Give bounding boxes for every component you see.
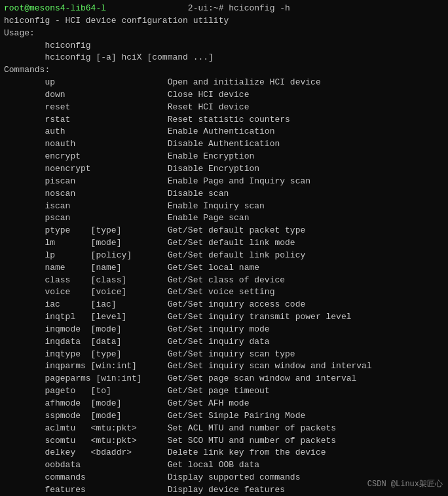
cmd-up: up Open and initialize HCI device [4,77,444,89]
cmd-lm: lm [mode] Get/Set default link mode [4,237,444,250]
header-line-4: hciconfig [-a] hciX [command ...] [4,52,444,64]
cmd-rstat: rstat Reset statistic counters [4,114,444,126]
cmd-pageparms: pageparms [win:int] Get/Set page scan wi… [4,373,444,385]
cmd-reset: reset Reset HCI device [4,102,444,114]
cmd-aclmtu: aclmtu <mtu:pkt> Set ACL MTU and number … [4,423,444,435]
cmd-voice: voice [voice] Get/Set voice setting [4,286,444,299]
cmd-inqparms: inqparms [win:int] Get/Set inquiry scan … [4,360,444,373]
cmd-ptype: ptype [type] Get/Set default packet type [4,225,444,237]
prompt-line: root@mesons4-lib64-l 2-ui:~# hciconfig -… [4,3,444,15]
cmd-name: name [name] Get/Set local name [4,262,444,275]
cmd-scomtu: scomtu <mtu:pkt> Set SCO MTU and number … [4,435,444,448]
cmd-noencrypt: noencrypt Disable Encryption [4,163,444,176]
cmd-inqtpl: inqtpl [level] Get/Set inquiry transmit … [4,311,444,324]
cmd-noscan: noscan Disable scan [4,188,444,200]
header-line-3: hciconfig [4,40,444,52]
cmd-auth: auth Enable Authentication [4,126,444,138]
header-line-2: Usage: [4,28,444,40]
cmd-piscan: piscan Enable Page and Inquiry scan [4,176,444,188]
cmd-delkey: delkey <bdaddr> Delete link key from the… [4,447,444,459]
cmd-pageto: pageto [to] Get/Set page timeout [4,385,444,398]
commands-header: Commands: [4,64,444,77]
cmd-pscan: pscan Enable Page scan [4,212,444,225]
cmd-class: class [class] Get/Set class of device [4,275,444,287]
cmd-lp: lp [policy] Get/Set default link policy [4,250,444,262]
cmd-iac: iac [iac] Get/Set inquiry access code [4,299,444,311]
cmd-encrypt: encrypt Enable Encryption [4,151,444,163]
username: root@mesons4-lib64-l [4,3,106,13]
cmd-inqdata: inqdata [data] Get/Set inquiry data [4,336,444,349]
cmd-afhmode: afhmode [mode] Get/Set AFH mode [4,398,444,410]
header-line-1: hciconfig - HCI device configuration uti… [4,15,444,28]
cmd-iscan: iscan Enable Inquiry scan [4,200,444,213]
cmd-noauth: noauth Disable Authentication [4,138,444,151]
cmd-inqmode: inqmode [mode] Get/Set inquiry mode [4,324,444,336]
terminal: root@mesons4-lib64-l 2-ui:~# hciconfig -… [4,3,444,496]
cmd-down: down Close HCI device [4,89,444,102]
watermark: CSDN @Linux架匠心 [367,478,443,491]
watermark-text: CSDN @Linux架匠心 [367,480,443,489]
cmd-sspmode: sspmode [mode] Get/Set Simple Pairing Mo… [4,410,444,423]
cmd-inqtype: inqtype [type] Get/Set inquiry scan type [4,349,444,361]
cmd-oobdata: oobdata Get local OOB data [4,459,444,472]
